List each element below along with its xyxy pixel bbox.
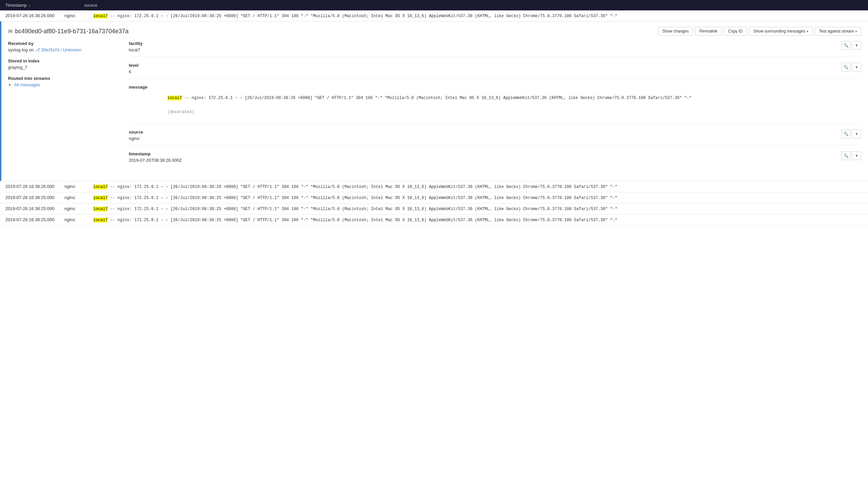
timestamp-column-label: Timestamp bbox=[5, 3, 27, 8]
detail-title: ✉ bc490ed0-af80-11e9-b731-16a73704e37a bbox=[8, 28, 129, 35]
log-message-1: local7 -- nginx: 172.25.0.1 – – [26/Jul/… bbox=[93, 185, 617, 189]
log-timestamp-2: 2019-07-26 16:38:25.000 bbox=[5, 195, 59, 200]
log-message-2: local7 -- nginx: 172.25.0.1 – – [26/Jul/… bbox=[93, 196, 617, 201]
log-highlight-2: local7 bbox=[93, 196, 108, 201]
message-content: message local7 -- nginx: 172.25.0.1 – – … bbox=[129, 84, 857, 119]
facility-content: facility local7 bbox=[129, 41, 837, 52]
test-against-stream-button[interactable]: Test against stream ▾ bbox=[815, 27, 861, 36]
detail-left-column: Received by syslog-log on ⎇ 30e2fa7d / U… bbox=[8, 41, 122, 173]
log-source-expanded: nginx: bbox=[64, 13, 88, 18]
facility-search-icon-btn[interactable]: 🔍 bbox=[841, 41, 851, 50]
log-message-4: local7 -- nginx: 172.25.0.1 – – [26/Jul/… bbox=[93, 218, 617, 223]
facility-actions: 🔍 ▾ bbox=[841, 41, 861, 50]
level-actions: 🔍 ▾ bbox=[841, 63, 861, 72]
stored-in-label: Stored in index bbox=[8, 58, 115, 63]
routed-into-value: All messages bbox=[8, 82, 115, 87]
timestamp-more-btn[interactable]: ▾ bbox=[852, 151, 861, 160]
detail-grid: Received by syslog-log on ⎇ 30e2fa7d / U… bbox=[8, 41, 861, 173]
log-highlight-4: local7 bbox=[93, 218, 108, 223]
test-against-stream-chevron: ▾ bbox=[855, 30, 857, 33]
envelope-icon: ✉ bbox=[8, 28, 13, 35]
log-message-highlight: local7 bbox=[93, 14, 108, 18]
log-source-1: nginx: bbox=[64, 184, 88, 189]
detail-header: ✉ bc490ed0-af80-11e9-b731-16a73704e37a S… bbox=[8, 27, 861, 36]
stream-list-item: All messages bbox=[14, 82, 115, 87]
log-timestamp-1: 2019-07-26 16:38:26.000 bbox=[5, 184, 59, 189]
detail-right-column: facility local7 🔍 ▾ level 6 bbox=[122, 41, 861, 173]
source-field-value: nginx: bbox=[129, 136, 837, 141]
level-more-btn[interactable]: ▾ bbox=[852, 63, 861, 72]
log-source-2: nginx: bbox=[64, 195, 88, 200]
decorated-label: (decorated) bbox=[167, 110, 194, 114]
log-row-3: 2019-07-26 16:38:25.000 nginx: local7 --… bbox=[0, 203, 868, 214]
message-highlight: local7 bbox=[167, 96, 182, 100]
log-row-summary-1[interactable]: 2019-07-26 16:38:26.000 nginx: local7 --… bbox=[0, 181, 868, 192]
timestamp-content: timestamp 2019-07-26T08:38:26.000Z bbox=[129, 151, 837, 163]
log-row-2: 2019-07-26 16:38:25.000 nginx: local7 --… bbox=[0, 192, 868, 203]
field-source: source nginx: 🔍 ▾ bbox=[129, 130, 861, 145]
log-timestamp-4: 2019-07-26 16:38:25.000 bbox=[5, 217, 59, 222]
log-row-summary-expanded[interactable]: 2019-07-26 16:38:26.000 nginx: local7 --… bbox=[0, 11, 868, 21]
field-received-by: Received by syslog-log on ⎇ 30e2fa7d / U… bbox=[8, 41, 115, 52]
show-surrounding-chevron: ▾ bbox=[807, 30, 808, 33]
log-viewer: Timestamp ↕ source 2019-07-26 16:38:26.0… bbox=[0, 0, 868, 226]
level-search-icon-btn[interactable]: 🔍 bbox=[841, 63, 851, 72]
source-content: source nginx: bbox=[129, 130, 837, 141]
log-highlight-1: local7 bbox=[93, 185, 108, 189]
field-routed-into: Routed into streams All messages bbox=[8, 76, 115, 87]
timestamp-field-label: timestamp bbox=[129, 151, 837, 156]
level-value: 6 bbox=[129, 69, 837, 74]
field-timestamp: timestamp 2019-07-26T08:38:26.000Z 🔍 ▾ bbox=[129, 151, 861, 167]
column-timestamp[interactable]: Timestamp ↕ bbox=[5, 3, 31, 8]
log-row-4: 2019-07-26 16:38:25.000 nginx: local7 --… bbox=[0, 214, 868, 226]
message-id: bc490ed0-af80-11e9-b731-16a73704e37a bbox=[15, 28, 129, 35]
field-facility: facility local7 🔍 ▾ bbox=[129, 41, 861, 57]
received-by-label: Received by bbox=[8, 41, 115, 46]
timestamp-search-icon-btn[interactable]: 🔍 bbox=[841, 151, 851, 160]
source-actions: 🔍 ▾ bbox=[841, 130, 861, 138]
received-by-value: syslog-log on ⎇ 30e2fa7d / Unknown bbox=[8, 47, 115, 52]
message-detail-panel: ✉ bc490ed0-af80-11e9-b731-16a73704e37a S… bbox=[0, 21, 868, 181]
stored-in-value: graylog_7 bbox=[8, 65, 115, 70]
routed-into-label: Routed into streams bbox=[8, 76, 115, 81]
log-message-expanded: local7 -- nginx: 172.25.0.1 – – [26/Jul/… bbox=[93, 14, 617, 18]
log-highlight-3: local7 bbox=[93, 207, 108, 211]
timestamp-field-value: 2019-07-26T08:38:26.000Z bbox=[129, 158, 837, 163]
table-header: Timestamp ↕ source bbox=[0, 0, 868, 11]
facility-more-btn[interactable]: ▾ bbox=[852, 41, 861, 50]
log-row-1: 2019-07-26 16:38:26.000 nginx: local7 --… bbox=[0, 181, 868, 192]
branch-icon: ⎇ bbox=[35, 47, 40, 52]
log-timestamp-3: 2019-07-26 16:38:25.000 bbox=[5, 206, 59, 211]
source-field-label: source bbox=[129, 130, 837, 135]
log-row-summary-4[interactable]: 2019-07-26 16:38:25.000 nginx: local7 --… bbox=[0, 214, 868, 225]
received-by-node-link[interactable]: ⎇ 30e2fa7d / Unknown bbox=[35, 47, 81, 52]
level-label: level bbox=[129, 63, 837, 68]
log-row-expanded: 2019-07-26 16:38:26.000 nginx: local7 --… bbox=[0, 11, 868, 181]
facility-label: facility bbox=[129, 41, 837, 46]
copy-id-button[interactable]: Copy ID bbox=[724, 27, 747, 36]
column-source-label: source bbox=[84, 3, 97, 8]
field-level: level 6 🔍 ▾ bbox=[129, 63, 861, 78]
log-message-3: local7 -- nginx: 172.25.0.1 – – [26/Jul/… bbox=[93, 207, 617, 211]
log-row-summary-3[interactable]: 2019-07-26 16:38:25.000 nginx: local7 --… bbox=[0, 203, 868, 214]
facility-value: local7 bbox=[129, 47, 837, 52]
message-field-label: message bbox=[129, 84, 857, 90]
log-row-summary-2[interactable]: 2019-07-26 16:38:25.000 nginx: local7 --… bbox=[0, 192, 868, 203]
log-source-4: nginx: bbox=[64, 217, 88, 222]
show-surrounding-button[interactable]: Show surrounding messages ▾ bbox=[749, 27, 813, 36]
message-field-value: local7 -- nginx: 172.25.0.1 – – [26/Jul/… bbox=[129, 91, 857, 119]
level-content: level 6 bbox=[129, 63, 837, 74]
timestamp-actions: 🔍 ▾ bbox=[841, 151, 861, 160]
field-message: message local7 -- nginx: 172.25.0.1 – – … bbox=[129, 84, 861, 124]
log-timestamp-expanded: 2019-07-26 16:38:26.000 bbox=[5, 13, 59, 18]
field-stored-in: Stored in index graylog_7 bbox=[8, 58, 115, 70]
log-source-3: nginx: bbox=[64, 206, 88, 211]
source-search-icon-btn[interactable]: 🔍 bbox=[841, 130, 851, 138]
permalink-button[interactable]: Permalink bbox=[695, 27, 722, 36]
stream-link[interactable]: All messages bbox=[14, 82, 40, 87]
show-changes-button[interactable]: Show changes bbox=[658, 27, 693, 36]
sort-icon: ↕ bbox=[29, 3, 31, 7]
source-more-btn[interactable]: ▾ bbox=[852, 130, 861, 138]
detail-actions: Show changes Permalink Copy ID Show surr… bbox=[658, 27, 861, 36]
